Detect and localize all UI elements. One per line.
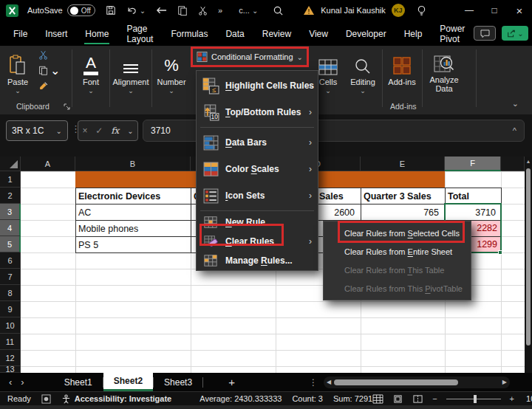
- enter-icon[interactable]: ✓: [95, 126, 103, 136]
- zoom-slider[interactable]: [446, 399, 501, 399]
- col-header-b[interactable]: B: [75, 157, 191, 171]
- tab-formulas[interactable]: Formulas: [162, 21, 216, 46]
- row-header-1[interactable]: 1: [0, 171, 21, 188]
- select-all-corner[interactable]: [0, 157, 21, 171]
- cell-b2[interactable]: Electronic Devices: [78, 188, 160, 205]
- menu-item-top-bottom-rules[interactable]: 10 Top/Bottom Rules ›: [197, 99, 318, 126]
- editing-group-button[interactable]: Editing ⌄: [346, 49, 380, 94]
- row-header-9[interactable]: 9: [0, 301, 21, 317]
- row-header-10[interactable]: 10: [0, 317, 21, 334]
- row-header-12[interactable]: 12: [0, 350, 21, 366]
- share-button[interactable]: ⌄: [502, 26, 528, 41]
- format-painter-button[interactable]: [38, 81, 60, 91]
- cell-b3[interactable]: AC: [78, 205, 91, 221]
- zoom-out-button[interactable]: −: [432, 394, 437, 403]
- collapse-ribbon-icon[interactable]: ⌄: [512, 99, 519, 109]
- tab-file[interactable]: File: [4, 21, 36, 46]
- tab-help[interactable]: Help: [395, 21, 432, 46]
- row-header-2[interactable]: 2: [0, 188, 21, 204]
- maximize-button[interactable]: □: [482, 0, 507, 21]
- undo-chevron[interactable]: ⌄: [140, 7, 146, 15]
- tab-review[interactable]: Review: [253, 21, 300, 46]
- menu-item-data-bars[interactable]: Data Bars ›: [197, 129, 318, 156]
- addins-button[interactable]: Add-ins: [385, 49, 419, 86]
- number-group-button[interactable]: % Number ⌄: [154, 49, 189, 94]
- cut-icon[interactable]: [198, 5, 208, 16]
- tab-power-pivot[interactable]: Power Pivot: [431, 21, 474, 46]
- tab-data[interactable]: Data: [216, 21, 253, 46]
- row-header-11[interactable]: 11: [0, 334, 21, 350]
- cell-f2[interactable]: Total: [448, 188, 469, 205]
- tab-developer[interactable]: Developer: [337, 21, 395, 46]
- menu-item-color-scales[interactable]: Color Scales ›: [197, 156, 318, 182]
- vertical-scroll-thumb[interactable]: [526, 168, 531, 346]
- qat-overflow[interactable]: »: [218, 6, 222, 15]
- cell-b5[interactable]: PS 5: [78, 237, 98, 253]
- search-icon[interactable]: [273, 5, 284, 16]
- tab-page-layout[interactable]: Page Layout: [117, 21, 162, 46]
- page-break-view-icon[interactable]: [412, 394, 423, 404]
- row-header-7[interactable]: 7: [0, 269, 21, 285]
- vertical-scrollbar[interactable]: ▲: [525, 157, 532, 373]
- scroll-left-icon[interactable]: ◀: [327, 379, 331, 385]
- scroll-up-icon[interactable]: ▲: [526, 159, 531, 164]
- close-button[interactable]: ×: [507, 0, 532, 21]
- tab-sheet2-active[interactable]: Sheet2: [103, 373, 153, 391]
- tab-options-icon[interactable]: ⋮: [309, 377, 318, 388]
- horizontal-scroll-thumb[interactable]: [334, 379, 458, 385]
- fill-handle[interactable]: [498, 250, 502, 255]
- cut-button[interactable]: [38, 50, 60, 60]
- excel-app-icon[interactable]: [6, 4, 18, 17]
- tab-sheet3[interactable]: Sheet3: [154, 373, 202, 391]
- sheet-nav-right-icon[interactable]: ›: [21, 377, 33, 388]
- clipboard-dialog-launcher[interactable]: [64, 103, 71, 111]
- sheet-nav-left-icon[interactable]: ‹: [0, 377, 21, 388]
- new-sheet-button[interactable]: +: [218, 376, 245, 388]
- name-box[interactable]: 3R x 1C ⌄: [6, 120, 68, 141]
- menu-item-highlight-cells-rules[interactable]: ≤ Highlight Cells Rules ›: [197, 72, 318, 99]
- copy-icon[interactable]: [177, 5, 188, 16]
- autosave-toggle[interactable]: Off: [67, 4, 95, 16]
- row-header-4[interactable]: 4: [0, 220, 21, 236]
- cancel-icon[interactable]: ×: [82, 126, 87, 136]
- row-header-5[interactable]: 5: [0, 236, 21, 252]
- normal-view-icon[interactable]: [372, 394, 383, 404]
- tab-view[interactable]: View: [300, 21, 337, 46]
- row-header-6[interactable]: 6: [0, 252, 21, 269]
- cell-d2[interactable]: Sales: [319, 188, 344, 205]
- warning-icon[interactable]: [303, 5, 315, 16]
- fx-chevron-icon[interactable]: ⌄: [127, 127, 133, 135]
- save-icon[interactable]: [106, 5, 116, 16]
- col-header-partial[interactable]: [501, 157, 525, 171]
- row-header-3[interactable]: 3: [0, 204, 21, 220]
- comments-button[interactable]: [474, 26, 496, 41]
- menu-item-manage-rules[interactable]: Manage Rules...: [197, 251, 318, 270]
- avatar[interactable]: KJ: [392, 4, 405, 17]
- accessibility-icon[interactable]: [61, 394, 71, 404]
- title-chevron-icon[interactable]: ⌄: [252, 7, 258, 15]
- tab-home[interactable]: Home: [76, 21, 117, 46]
- tab-sheet1[interactable]: Sheet1: [54, 373, 103, 391]
- insert-function-button[interactable]: fx: [111, 126, 119, 136]
- zoom-slider-thumb[interactable]: [474, 395, 477, 403]
- page-layout-view-icon[interactable]: [392, 394, 403, 404]
- user-name[interactable]: Kunal Jai Kaushik: [321, 6, 385, 15]
- zoom-percentage[interactable]: 100%: [526, 394, 532, 403]
- col-header-f[interactable]: F: [445, 157, 501, 171]
- paste-button[interactable]: Paste ⌄: [7, 49, 28, 94]
- menu-item-icon-sets[interactable]: Icon Sets ›: [197, 182, 318, 209]
- back-arrow-icon[interactable]: [156, 6, 167, 15]
- copy-button[interactable]: ⌄: [38, 63, 60, 78]
- row-header-8[interactable]: 8: [0, 285, 21, 301]
- row-header-13[interactable]: 13: [0, 366, 21, 373]
- col-header-e[interactable]: E: [361, 157, 445, 171]
- scroll-right-icon[interactable]: ▶: [502, 379, 507, 385]
- alignment-group-button[interactable]: Alignment ⌄: [112, 49, 150, 94]
- submenu-item-clear-entire-sheet[interactable]: Clear Rules from Entire Sheet: [324, 242, 471, 261]
- font-group-button[interactable]: A Font ⌄: [74, 49, 108, 94]
- submenu-item-clear-selected-cells[interactable]: Clear Rules from Selected Cells: [324, 224, 471, 242]
- macro-record-icon[interactable]: [41, 394, 51, 404]
- undo-button[interactable]: ⌄: [126, 5, 146, 16]
- col-header-a[interactable]: A: [21, 157, 75, 171]
- tab-insert[interactable]: Insert: [36, 21, 76, 46]
